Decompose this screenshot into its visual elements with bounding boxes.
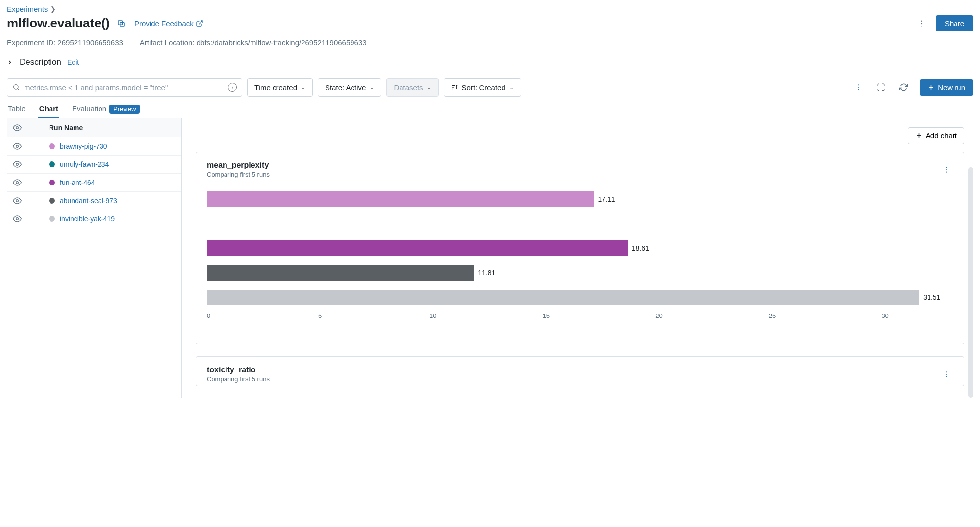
experiment-id: Experiment ID: 2695211906659633 xyxy=(7,38,123,47)
x-axis-tick: 0 xyxy=(207,312,210,319)
copy-icon[interactable] xyxy=(117,19,126,28)
bar-value-label: 18.61 xyxy=(632,244,649,252)
svg-point-20 xyxy=(16,182,19,184)
breadcrumb-root[interactable]: Experiments xyxy=(7,5,48,13)
svg-point-27 xyxy=(946,171,947,172)
eye-icon[interactable] xyxy=(13,142,22,151)
x-axis-tick: 20 xyxy=(655,312,662,319)
search-box[interactable]: i xyxy=(7,78,242,97)
svg-point-14 xyxy=(858,89,859,90)
chevron-down-icon: ⌄ xyxy=(509,84,514,91)
tab-table[interactable]: Table xyxy=(7,105,26,118)
run-name-header: Run Name xyxy=(49,124,83,132)
dropdown-label: State: Active xyxy=(325,83,366,92)
svg-point-28 xyxy=(946,371,947,372)
tab-chart[interactable]: Chart xyxy=(38,105,59,118)
run-name-link[interactable]: brawny-pig-730 xyxy=(60,142,107,150)
svg-point-26 xyxy=(946,169,947,170)
run-row[interactable]: invincible-yak-419 xyxy=(7,210,181,228)
bar-value-label: 17.11 xyxy=(598,195,615,203)
x-axis-tick: 30 xyxy=(881,312,888,319)
chevron-down-icon: ⌄ xyxy=(370,84,374,91)
chart-bar[interactable] xyxy=(207,240,628,256)
chart-bar[interactable] xyxy=(207,290,919,305)
sort-dropdown[interactable]: Sort: Created ⌄ xyxy=(444,78,521,97)
svg-point-21 xyxy=(16,200,19,202)
charts-area: Add chart mean_perplexity Comparing firs… xyxy=(182,118,973,398)
chart-menu-button[interactable] xyxy=(939,366,953,383)
eye-icon[interactable] xyxy=(13,196,22,205)
kebab-icon xyxy=(942,370,950,378)
add-chart-button[interactable]: Add chart xyxy=(908,127,964,144)
feedback-label: Provide Feedback xyxy=(134,19,194,27)
run-row[interactable]: unruly-fawn-234 xyxy=(7,156,181,174)
chart-bar-row: 18.61 xyxy=(207,240,953,256)
experiment-meta: Experiment ID: 2695211906659633 Artifact… xyxy=(7,38,973,47)
run-color-dot xyxy=(49,161,55,167)
chart-bar[interactable] xyxy=(207,191,594,207)
run-list: Run Name brawny-pig-730 unruly-fawn-234 … xyxy=(7,118,182,398)
run-row[interactable]: fun-ant-464 xyxy=(7,174,181,192)
add-chart-label: Add chart xyxy=(926,132,957,140)
datasets-dropdown: Datasets ⌄ xyxy=(386,78,438,97)
search-input[interactable] xyxy=(24,83,228,92)
provide-feedback-link[interactable]: Provide Feedback xyxy=(134,19,203,27)
refresh-button[interactable] xyxy=(897,81,910,94)
svg-point-5 xyxy=(921,26,922,26)
info-icon[interactable]: i xyxy=(228,83,237,92)
share-button[interactable]: Share xyxy=(936,15,973,31)
chevron-right-icon[interactable] xyxy=(7,59,14,65)
chart-card-mean-perplexity: mean_perplexity Comparing first 5 runs 1… xyxy=(196,152,964,344)
x-axis-tick: 10 xyxy=(429,312,436,319)
dropdown-label: Time created xyxy=(254,83,297,92)
edit-description-link[interactable]: Edit xyxy=(67,58,79,66)
refresh-icon xyxy=(899,83,908,92)
state-dropdown[interactable]: State: Active ⌄ xyxy=(318,78,381,97)
eye-icon xyxy=(13,123,22,132)
dropdown-label: Sort: Created xyxy=(462,83,505,92)
scrollbar[interactable] xyxy=(968,167,973,398)
svg-point-6 xyxy=(14,85,18,89)
time-created-dropdown[interactable]: Time created ⌄ xyxy=(247,78,313,97)
chart-bar-row: 31.51 xyxy=(207,290,953,305)
kebab-icon xyxy=(942,166,950,174)
run-name-link[interactable]: unruly-fawn-234 xyxy=(60,160,109,168)
x-axis-tick: 5 xyxy=(318,312,322,319)
tab-evaluation[interactable]: EvaluationPreview xyxy=(71,105,141,118)
artifact-location: Artifact Location: dbfs:/databricks/mlfl… xyxy=(140,38,367,47)
chart-subtitle: Comparing first 5 runs xyxy=(207,171,939,178)
svg-point-22 xyxy=(16,218,19,220)
eye-icon[interactable] xyxy=(13,178,22,187)
svg-point-13 xyxy=(858,87,859,88)
page-menu-button[interactable] xyxy=(914,16,929,31)
chart-menu-button[interactable] xyxy=(939,161,953,178)
breadcrumb: Experiments ❯ xyxy=(7,5,973,13)
run-name-link[interactable]: abundant-seal-973 xyxy=(60,197,117,205)
fullscreen-button[interactable] xyxy=(875,81,887,94)
chevron-down-icon: ⌄ xyxy=(427,84,431,91)
eye-icon[interactable] xyxy=(13,160,22,169)
run-row[interactable]: brawny-pig-730 xyxy=(7,137,181,156)
chart-card-toxicity-ratio: toxicity_ratio Comparing first 5 runs xyxy=(196,356,964,386)
kebab-icon xyxy=(855,83,863,91)
bar-value-label: 31.51 xyxy=(923,293,940,301)
chevron-down-icon: ⌄ xyxy=(301,84,305,91)
columns-button[interactable] xyxy=(853,81,865,93)
run-name-link[interactable]: invincible-yak-419 xyxy=(60,215,115,223)
run-color-dot xyxy=(49,143,55,149)
run-color-dot xyxy=(49,198,55,204)
sort-icon xyxy=(451,84,458,91)
plus-icon xyxy=(915,132,923,139)
new-run-button[interactable]: New run xyxy=(920,79,973,96)
svg-point-12 xyxy=(858,84,859,85)
tab-evaluation-label: Evaluation xyxy=(72,105,106,113)
run-color-dot xyxy=(49,216,55,222)
run-row[interactable]: abundant-seal-973 xyxy=(7,192,181,210)
eye-icon[interactable] xyxy=(13,214,22,223)
x-axis-tick: 15 xyxy=(543,312,550,319)
run-name-link[interactable]: fun-ant-464 xyxy=(60,179,95,186)
chart-bar[interactable] xyxy=(207,265,474,281)
svg-line-7 xyxy=(18,89,19,90)
fullscreen-icon xyxy=(877,83,885,92)
x-axis-tick: 25 xyxy=(769,312,776,319)
